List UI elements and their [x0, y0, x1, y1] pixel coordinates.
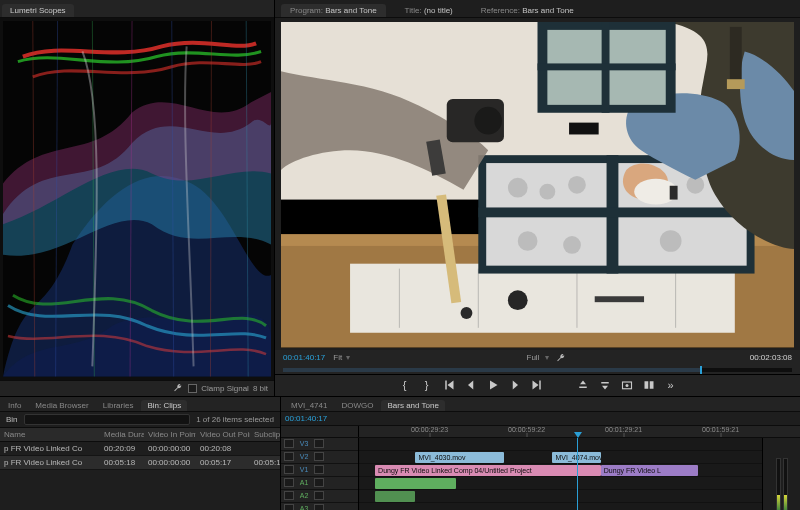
timeline-tc[interactable]: 00:01:40:17: [285, 414, 327, 423]
scopes-display[interactable]: [0, 18, 274, 380]
program-scrub-bar[interactable]: [275, 366, 800, 374]
step-forward-button[interactable]: [509, 379, 521, 391]
tab-lumetri-scopes[interactable]: Lumetri Scopes: [2, 4, 74, 17]
project-row-in: 00:00:00:00: [144, 444, 196, 453]
program-transport: { } »: [275, 374, 800, 396]
ruler-tick: 00:01:59:21: [702, 426, 739, 437]
project-row-name: p FR Video Linked Co: [0, 444, 100, 453]
svg-point-17: [461, 307, 473, 319]
program-tc-current[interactable]: 00:01:40:17: [283, 353, 325, 362]
col-name[interactable]: Name: [0, 430, 100, 439]
track-header-a2[interactable]: A2: [281, 490, 358, 503]
timeline-tabbar: MVI_4741 DOWGO Bars and Tone: [281, 397, 800, 412]
clamp-signal-label: Clamp Signal: [201, 384, 249, 393]
track-header-v1[interactable]: V1: [281, 464, 358, 477]
extract-button[interactable]: [599, 379, 611, 391]
chevron-down-icon: ▾: [545, 353, 549, 362]
tracks-area[interactable]: MVI_4030.mov MVI_4074.mov Dungy FR Video…: [359, 438, 762, 510]
go-to-in-button[interactable]: [443, 379, 455, 391]
project-row-name: p FR Video Linked Co: [0, 458, 100, 467]
scopes-tabbar: Lumetri Scopes: [0, 0, 274, 18]
tab-reference[interactable]: Reference: Bars and Tone: [472, 4, 583, 17]
tab-seq-0[interactable]: MVI_4741: [285, 400, 333, 411]
go-to-out-button[interactable]: [531, 379, 543, 391]
play-button[interactable]: [487, 379, 499, 391]
track-v2[interactable]: MVI_4030.mov MVI_4074.mov: [359, 451, 762, 464]
track-header-v3[interactable]: V3: [281, 438, 358, 451]
col-duration[interactable]: Media Duration: [100, 430, 144, 439]
track-header-a3[interactable]: A3: [281, 503, 358, 510]
tab-libraries[interactable]: Libraries: [97, 400, 140, 411]
svg-point-24: [539, 184, 555, 200]
mark-out-button[interactable]: }: [421, 379, 433, 391]
project-row[interactable]: p FR Video Linked Co 00:20:09 00:00:00:0…: [0, 442, 280, 456]
audio-meter-l: [776, 458, 781, 510]
safe-margins-button[interactable]: »: [665, 379, 677, 391]
track-a3[interactable]: [359, 503, 762, 510]
svg-rect-38: [727, 79, 745, 89]
svg-rect-22: [478, 207, 754, 217]
clip[interactable]: Dungy FR Video L: [601, 465, 698, 476]
clamp-signal-checkbox[interactable]: [188, 384, 197, 393]
clip[interactable]: [375, 491, 415, 502]
timeline-ruler[interactable]: 00:00:29:23 00:00:59:22 00:01:29:21 00:0…: [281, 426, 800, 438]
mark-in-button[interactable]: {: [399, 379, 411, 391]
tab-title[interactable]: Title: (no title): [396, 4, 462, 17]
resolution-select[interactable]: Full: [527, 353, 540, 362]
project-filter-input[interactable]: [24, 414, 191, 425]
tab-media-browser[interactable]: Media Browser: [29, 400, 94, 411]
project-tabbar: Info Media Browser Libraries Bin: Clips: [0, 397, 280, 412]
svg-rect-43: [569, 123, 599, 135]
svg-point-29: [563, 236, 581, 254]
program-tab-name: Bars and Tone: [325, 6, 376, 15]
project-columns-header: Name Media Duration Video In Point Video…: [0, 428, 280, 442]
svg-rect-42: [538, 63, 676, 70]
lumetri-scopes-panel: Lumetri Scopes: [0, 0, 275, 396]
program-viewport[interactable]: [281, 22, 794, 348]
track-v1[interactable]: Dungy FR Video Linked Comp 04/Untitled P…: [359, 464, 762, 477]
export-frame-button[interactable]: [621, 379, 633, 391]
col-video-in[interactable]: Video In Point: [144, 430, 196, 439]
ruler-tick: 00:01:29:21: [605, 426, 642, 437]
clip[interactable]: [375, 478, 456, 489]
svg-point-28: [518, 231, 538, 251]
track-a1[interactable]: [359, 477, 762, 490]
wrench-icon[interactable]: [172, 382, 184, 394]
timeline-body: V3 V2 V1 A1 A2 A3 MVI_4030.mov MVI_4074.…: [281, 438, 800, 510]
col-video-out[interactable]: Video Out Point: [196, 430, 250, 439]
tab-seq-1[interactable]: DOWGO: [335, 400, 379, 411]
track-header-a1[interactable]: A1: [281, 477, 358, 490]
project-item-count: 1 of 26 items selected: [196, 415, 274, 424]
col-subclip[interactable]: Subclip: [250, 430, 280, 439]
clip[interactable]: MVI_4030.mov: [415, 452, 504, 463]
step-back-button[interactable]: [465, 379, 477, 391]
clip[interactable]: Dungy FR Video Linked Comp 04/Untitled P…: [375, 465, 601, 476]
wrench-icon[interactable]: [555, 352, 567, 364]
project-row[interactable]: p FR Video Linked Co 00:05:18 00:00:00:0…: [0, 456, 280, 470]
svg-rect-37: [730, 27, 742, 86]
playhead[interactable]: [577, 438, 578, 510]
track-a2[interactable]: [359, 490, 762, 503]
svg-point-45: [625, 384, 628, 387]
svg-point-23: [508, 178, 528, 198]
svg-point-16: [508, 290, 528, 310]
tab-seq-2[interactable]: Bars and Tone: [381, 400, 444, 411]
timeline-header: 00:01:40:17: [281, 412, 800, 426]
project-row-sub: 00:05:18: [250, 458, 280, 467]
scopes-bitdepth[interactable]: 8 bit: [253, 384, 268, 393]
zoom-fit-select[interactable]: Fit: [333, 353, 342, 362]
svg-rect-11: [350, 264, 735, 333]
track-headers: V3 V2 V1 A1 A2 A3: [281, 438, 359, 510]
track-v3[interactable]: [359, 438, 762, 451]
scopes-footer: Clamp Signal 8 bit: [0, 380, 274, 396]
project-row-out: 00:05:17: [196, 458, 250, 467]
tab-program[interactable]: Program: Bars and Tone: [281, 4, 386, 17]
tab-info[interactable]: Info: [2, 400, 27, 411]
comparison-view-button[interactable]: [643, 379, 655, 391]
project-panel: Info Media Browser Libraries Bin: Clips …: [0, 397, 281, 510]
track-header-v2[interactable]: V2: [281, 451, 358, 464]
lift-button[interactable]: [577, 379, 589, 391]
reference-tab-name: Bars and Tone: [522, 6, 573, 15]
tab-bin-clips[interactable]: Bin: Clips: [141, 400, 187, 411]
program-tc-duration: 00:02:03:08: [750, 353, 792, 362]
